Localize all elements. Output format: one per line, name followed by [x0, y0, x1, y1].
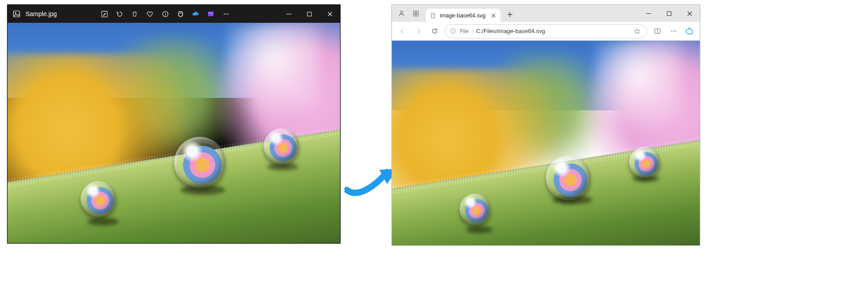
forward-button[interactable]	[411, 24, 426, 39]
edit-icon[interactable]	[98, 8, 111, 20]
edge-window-controls	[638, 5, 700, 22]
url-text: C:/Files/image-base64.svg	[476, 28, 629, 34]
print-icon[interactable]	[174, 8, 187, 20]
edge-window: image-base64.svg	[391, 4, 700, 246]
svg-point-13	[400, 11, 403, 13]
address-bar[interactable]: File C:/Files/image-base64.svg	[445, 24, 647, 38]
edge-tabstrip: image-base64.svg	[392, 5, 700, 22]
tab-title: image-base64.svg	[440, 13, 485, 19]
svg-rect-6	[208, 12, 213, 17]
refresh-button[interactable]	[427, 24, 442, 39]
svg-point-25	[671, 30, 672, 31]
close-button[interactable]	[679, 5, 700, 22]
svg-point-26	[673, 30, 674, 31]
split-screen-icon[interactable]	[650, 24, 665, 39]
document-icon	[430, 13, 436, 19]
svg-point-27	[675, 30, 676, 31]
maximize-button[interactable]	[659, 5, 679, 22]
svg-point-4	[165, 13, 166, 13]
new-tab-button[interactable]	[503, 8, 516, 21]
close-button[interactable]	[319, 5, 340, 23]
tab-close-icon[interactable]	[489, 11, 498, 20]
photos-app-icon	[8, 10, 26, 18]
svg-point-9	[226, 13, 226, 14]
workspaces-icon[interactable]	[409, 7, 422, 20]
svg-rect-7	[208, 13, 213, 13]
maximize-button[interactable]	[299, 5, 319, 23]
photos-filename: Sample.jpg	[26, 10, 62, 17]
svg-rect-22	[453, 31, 453, 32]
rotate-icon[interactable]	[113, 8, 126, 20]
back-button[interactable]	[395, 24, 410, 39]
svg-rect-18	[646, 13, 651, 14]
minimize-button[interactable]	[638, 5, 659, 22]
svg-point-21	[453, 30, 453, 30]
site-info-icon[interactable]	[450, 28, 456, 34]
svg-image-rendered	[392, 41, 700, 245]
svg-point-10	[227, 13, 228, 14]
svg-point-8	[224, 13, 225, 14]
svg-rect-16	[413, 14, 415, 16]
film-icon[interactable]	[204, 8, 217, 20]
trash-icon[interactable]	[128, 8, 141, 20]
edge-toolbar: File C:/Files/image-base64.svg	[392, 22, 700, 41]
browser-tab[interactable]: image-base64.svg	[425, 8, 501, 22]
svg-rect-14	[413, 11, 415, 13]
photos-window: Sample.jpg	[7, 4, 340, 244]
favorite-icon[interactable]	[632, 26, 642, 36]
settings-more-icon[interactable]	[666, 24, 681, 39]
heart-icon[interactable]	[144, 8, 156, 20]
transition-arrow-icon	[345, 161, 398, 201]
svg-point-1	[15, 12, 16, 13]
photos-image-area[interactable]	[8, 23, 340, 243]
info-icon[interactable]	[159, 8, 171, 20]
photos-toolbar	[98, 8, 232, 20]
more-icon[interactable]	[220, 8, 232, 20]
edge-content-area[interactable]	[392, 41, 700, 245]
photos-window-controls	[278, 5, 340, 23]
svg-rect-17	[416, 14, 418, 16]
svg-rect-15	[416, 11, 418, 13]
svg-rect-19	[667, 12, 671, 16]
photos-titlebar: Sample.jpg	[8, 5, 340, 23]
minimize-button[interactable]	[278, 5, 299, 23]
cloud-icon[interactable]	[189, 8, 202, 20]
svg-rect-5	[165, 13, 165, 15]
copilot-icon[interactable]	[682, 24, 697, 39]
svg-rect-11	[286, 14, 291, 14]
svg-rect-12	[307, 12, 311, 16]
scheme-label: File	[460, 28, 472, 34]
sample-photo	[8, 23, 340, 243]
profile-icon[interactable]	[395, 7, 408, 20]
